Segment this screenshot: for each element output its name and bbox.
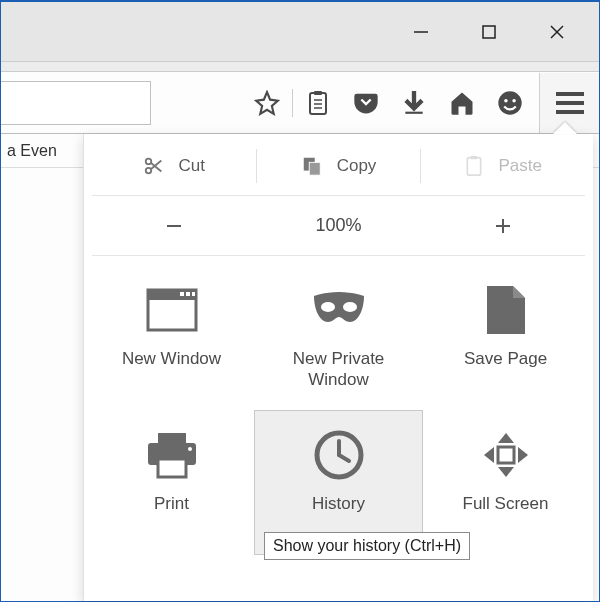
copy-label: Copy	[337, 156, 377, 176]
edit-row: Cut Copy Paste	[92, 136, 585, 196]
toolbar-actions	[244, 80, 533, 126]
svg-rect-9	[405, 111, 422, 113]
svg-rect-23	[471, 156, 478, 159]
window-icon	[142, 280, 202, 340]
svg-line-40	[339, 455, 349, 461]
svg-point-11	[504, 98, 508, 102]
new-private-window-button[interactable]: New Private Window	[255, 266, 422, 411]
fullscreen-icon	[476, 425, 536, 485]
tab-strip	[1, 62, 599, 72]
svg-point-12	[512, 98, 516, 102]
main-toolbar	[1, 72, 599, 134]
svg-rect-22	[468, 157, 481, 175]
zoom-level[interactable]: 100%	[256, 215, 420, 236]
save-page-label: Save Page	[464, 348, 547, 369]
zoom-out-button[interactable]	[92, 215, 256, 237]
cut-button[interactable]: Cut	[92, 155, 256, 177]
print-button[interactable]: Print	[88, 411, 255, 556]
svg-rect-14	[556, 101, 584, 105]
mask-icon	[309, 280, 369, 340]
content-area: a Even Cut Copy	[1, 134, 599, 601]
new-private-label: New Private Window	[293, 348, 385, 391]
window-maximize-button[interactable]	[469, 12, 509, 52]
window-titlebar	[1, 2, 599, 62]
browser-window: a Even Cut Copy	[0, 0, 600, 602]
svg-rect-13	[556, 92, 584, 96]
window-minimize-button[interactable]	[401, 12, 441, 52]
url-bar[interactable]	[1, 81, 151, 125]
tooltip-text: Show your history (Ctrl+H)	[273, 537, 461, 554]
svg-point-32	[321, 302, 335, 312]
svg-rect-36	[158, 459, 186, 477]
smiley-icon[interactable]	[487, 80, 533, 126]
new-window-label: New Window	[122, 348, 221, 369]
svg-rect-29	[180, 292, 184, 296]
paste-icon	[464, 155, 484, 177]
menu-panel-arrow	[553, 122, 577, 134]
svg-point-10	[498, 91, 521, 114]
svg-marker-43	[498, 467, 514, 477]
scissors-icon	[143, 155, 165, 177]
cut-label: Cut	[179, 156, 205, 176]
svg-rect-1	[483, 26, 495, 38]
svg-rect-34	[158, 433, 186, 443]
paste-label: Paste	[498, 156, 541, 176]
clipboard-icon[interactable]	[295, 80, 341, 126]
svg-rect-15	[556, 110, 584, 114]
svg-rect-30	[186, 292, 190, 296]
window-close-button[interactable]	[537, 12, 577, 52]
svg-rect-41	[498, 447, 514, 463]
bookmark-bar-text: a Even	[7, 142, 57, 160]
bookmark-star-icon[interactable]	[244, 80, 290, 126]
history-label: History	[312, 493, 365, 514]
home-icon[interactable]	[439, 80, 485, 126]
svg-marker-45	[518, 447, 528, 463]
downloads-icon[interactable]	[391, 80, 437, 126]
printer-icon	[142, 425, 202, 485]
svg-rect-5	[314, 91, 322, 95]
print-label: Print	[154, 493, 189, 514]
svg-point-33	[343, 302, 357, 312]
save-page-button[interactable]: Save Page	[422, 266, 589, 411]
menu-grid: New Window New Private Window Save Page	[88, 256, 589, 556]
clock-icon	[309, 425, 369, 485]
page-icon	[476, 280, 536, 340]
svg-rect-21	[309, 162, 320, 175]
svg-rect-31	[192, 292, 195, 296]
full-screen-label: Full Screen	[463, 493, 549, 514]
pocket-icon[interactable]	[343, 80, 389, 126]
copy-icon	[301, 155, 323, 177]
menu-panel: Cut Copy Paste	[83, 134, 593, 601]
svg-marker-42	[498, 433, 514, 443]
copy-button[interactable]: Copy	[257, 155, 421, 177]
svg-marker-44	[484, 447, 494, 463]
zoom-level-text: 100%	[315, 215, 361, 236]
svg-point-37	[188, 447, 192, 451]
paste-button[interactable]: Paste	[421, 155, 585, 177]
toolbar-separator	[292, 89, 293, 117]
zoom-in-button[interactable]	[421, 215, 585, 237]
history-tooltip: Show your history (Ctrl+H)	[264, 532, 470, 560]
new-window-button[interactable]: New Window	[88, 266, 255, 411]
zoom-row: 100%	[92, 196, 585, 256]
